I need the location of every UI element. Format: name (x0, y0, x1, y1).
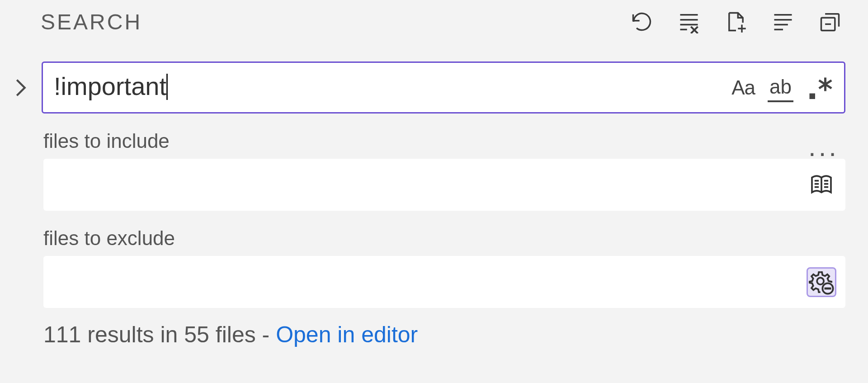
whole-word-toggle[interactable]: ab (768, 73, 793, 102)
results-text: 111 results in 55 files - (43, 322, 276, 347)
svg-point-25 (817, 278, 824, 284)
panel-title: SEARCH (41, 9, 142, 34)
refresh-icon[interactable] (629, 9, 655, 34)
search-panel: SEARCH (0, 0, 868, 383)
panel-header: SEARCH (9, 9, 845, 34)
exclude-label: files to exclude (43, 227, 845, 250)
open-in-editor-link[interactable]: Open in editor (276, 322, 418, 347)
exclude-section: files to exclude (43, 227, 845, 308)
search-query-value: !important (54, 72, 166, 100)
text-caret (166, 74, 168, 100)
toggle-replace-chevron-icon[interactable] (12, 76, 30, 99)
use-exclude-settings-gear-icon[interactable] (807, 267, 836, 297)
match-case-toggle[interactable]: Aa (731, 73, 755, 102)
header-actions (629, 9, 845, 34)
search-input[interactable]: !important Aa ab (42, 61, 845, 113)
include-section: files to include ... (43, 130, 845, 211)
include-header-row: files to include ... (43, 130, 845, 152)
results-summary: 111 results in 55 files - Open in editor (43, 322, 845, 348)
book-include-icon[interactable] (807, 170, 836, 200)
collapse-all-icon[interactable] (817, 9, 843, 34)
new-search-editor-icon[interactable] (723, 9, 749, 34)
exclude-input[interactable] (43, 256, 845, 308)
regex-toggle-icon[interactable] (806, 73, 833, 102)
include-input[interactable] (43, 159, 845, 211)
svg-rect-14 (810, 93, 816, 99)
search-query-text: !important (54, 71, 719, 103)
include-label: files to include (43, 130, 170, 152)
view-as-tree-icon[interactable] (770, 9, 796, 34)
search-row: !important Aa ab (9, 61, 845, 113)
toggle-search-details-icon[interactable]: ... (808, 142, 845, 152)
clear-results-icon[interactable] (676, 9, 702, 34)
